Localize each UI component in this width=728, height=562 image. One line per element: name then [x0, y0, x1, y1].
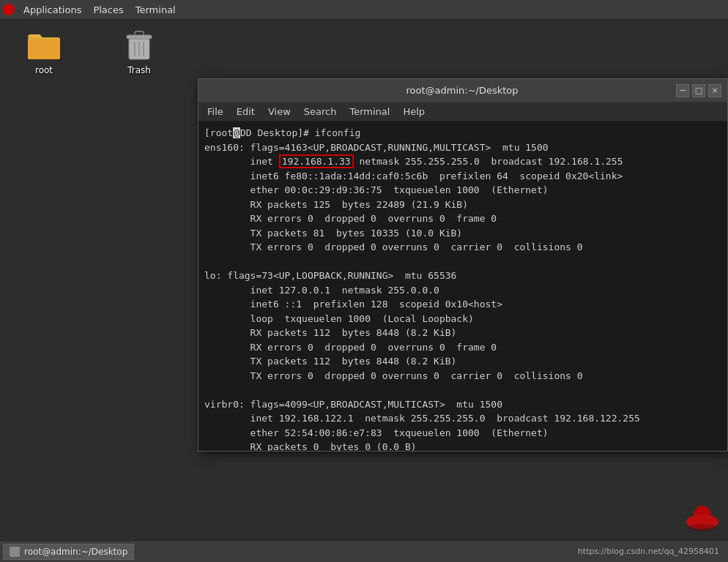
terminal-line-lo-2: inet6 ::1 prefixlen 128 scopeid 0x10<hos…	[204, 297, 721, 312]
terminal-line-prompt: [root@DD Desktop]# ifconfig	[204, 126, 721, 140]
terminal-line-4: ether 00:0c:29:d9:36:75 txqueuelen 1000 …	[204, 183, 721, 198]
trash-icon	[122, 27, 157, 62]
taskbar-terminal-icon	[10, 547, 20, 557]
terminal-line-1: ens160: flags=4163<UP,BROADCAST,RUNNING,…	[204, 140, 721, 155]
terminal-line-lo-1: inet 127.0.0.1 netmask 255.0.0.0	[204, 283, 721, 298]
menu-terminal[interactable]: Terminal	[130, 3, 182, 17]
menu-places[interactable]: Places	[87, 3, 129, 17]
terminal-titlebar: root@admin:~/Desktop − □ ×	[198, 79, 727, 102]
terminal-blank-2	[204, 383, 721, 397]
terminal-line-lo-3: loop txqueuelen 1000 (Local Loopback)	[204, 312, 721, 326]
trash-icon-label: Trash	[127, 65, 151, 75]
terminal-line-6: RX errors 0 dropped 0 overruns 0 frame 0	[204, 211, 721, 226]
terminal-line-7: TX packets 81 bytes 10335 (10.0 KiB)	[204, 226, 721, 241]
terminal-line-5: RX packets 125 bytes 22489 (21.9 KiB)	[204, 198, 721, 212]
terminal-menubar: File Edit View Search Terminal Help	[198, 102, 727, 121]
taskbar-left: root@admin:~/Desktop	[3, 544, 134, 560]
window-controls: − □ ×	[676, 84, 721, 97]
ip-address-highlight: 192.168.1.33	[279, 154, 354, 168]
tmenu-file[interactable]: File	[201, 105, 229, 119]
terminal-line-8: TX errors 0 dropped 0 overruns 0 carrier…	[204, 240, 721, 255]
svg-rect-4	[127, 35, 152, 39]
maximize-button[interactable]: □	[692, 84, 705, 97]
terminal-line-virbr0: virbr0: flags=4099<UP,BROADCAST,MULTICAS…	[204, 397, 721, 412]
taskbar: root@admin:~/Desktop https://blog.csdn.n…	[0, 540, 728, 562]
folder-icon	[26, 27, 62, 62]
terminal-line-lo: lo: flags=73<UP,LOOPBACK,RUNNING> mtu 65…	[204, 269, 721, 283]
terminal-line-2: inet 192.168.1.33 netmask 255.255.255.0 …	[204, 154, 721, 169]
tmenu-edit[interactable]: Edit	[231, 105, 261, 119]
terminal-blank-1	[204, 255, 721, 269]
menu-applications[interactable]: Applications	[18, 3, 87, 17]
terminal-line-lo-4: RX packets 112 bytes 8448 (8.2 KiB)	[204, 326, 721, 340]
terminal-line-lo-6: TX packets 112 bytes 8448 (8.2 KiB)	[204, 354, 721, 369]
svg-rect-2	[28, 40, 60, 59]
close-button[interactable]: ×	[708, 84, 721, 97]
desktop: root Trash root@admin:~/Desktop	[0, 20, 728, 562]
tmenu-view[interactable]: View	[262, 105, 297, 119]
terminal-line-v1: inet 192.168.122.1 netmask 255.255.255.0…	[204, 411, 721, 426]
desktop-icon-root[interactable]: root	[15, 27, 73, 75]
svg-point-11	[688, 524, 717, 531]
terminal-title: root@admin:~/Desktop	[248, 85, 676, 96]
terminal-line-v3: RX packets 0 bytes 0 (0.0 B)	[204, 440, 721, 451]
tmenu-terminal[interactable]: Terminal	[343, 105, 395, 119]
terminal-content[interactable]: [root@DD Desktop]# ifconfig ens160: flag…	[198, 121, 727, 451]
terminal-line-lo-5: RX errors 0 dropped 0 overruns 0 frame 0	[204, 340, 721, 355]
terminal-line-lo-7: TX errors 0 dropped 0 overruns 0 carrier…	[204, 369, 721, 383]
taskbar-item-label: root@admin:~/Desktop	[24, 547, 127, 557]
terminal-line-v2: ether 52:54:00:86:e7:83 txqueuelen 1000 …	[204, 426, 721, 441]
tmenu-help[interactable]: Help	[397, 105, 431, 119]
tmenu-search[interactable]: Search	[298, 105, 343, 119]
minimize-button[interactable]: −	[676, 84, 689, 97]
redhat-logo	[684, 500, 721, 533]
top-menubar: Applications Places Terminal	[0, 0, 728, 20]
root-icon-label: root	[35, 65, 53, 75]
taskbar-watermark: https://blog.csdn.net/qq_42958401	[578, 547, 725, 556]
taskbar-terminal-item[interactable]: root@admin:~/Desktop	[3, 544, 134, 560]
desktop-icon-trash[interactable]: Trash	[110, 27, 168, 75]
terminal-line-3: inet6 fe80::1ada:14dd:caf0:5c6b prefixle…	[204, 169, 721, 184]
terminal-window: root@admin:~/Desktop − □ × File Edit Vie…	[198, 78, 728, 452]
redhat-menu-icon	[3, 4, 15, 15]
